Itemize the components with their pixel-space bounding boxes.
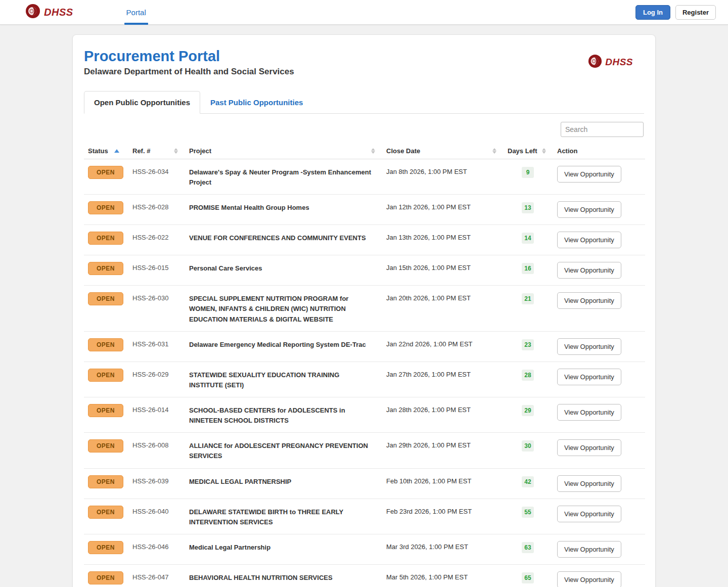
ref-cell: HSS-26-047 [128,564,185,587]
view-opportunity-button[interactable]: View Opportunity [557,404,621,421]
project-cell: ALLIANCE for ADOLESCENT PREGNANCY PREVEN… [185,433,382,468]
table-row: OPEN HSS-26-046 Medical Legal Partnershi… [84,534,645,564]
dhss-logo-icon [588,54,602,70]
view-opportunity-button[interactable]: View Opportunity [557,506,621,522]
view-opportunity-button[interactable]: View Opportunity [557,475,621,492]
days-left-badge: 9 [522,167,534,178]
view-opportunity-button[interactable]: View Opportunity [557,201,621,218]
ref-cell: HSS-26-014 [128,397,185,432]
project-cell: SCHOOL-BASED CENTERS for ADOLESCENTS in … [185,397,382,432]
status-badge: OPEN [88,439,123,453]
table-row: OPEN HSS-26-034 Delaware's Spay & Neuter… [84,159,645,195]
card-dhss-logo: DHSS [588,54,633,70]
view-opportunity-button[interactable]: View Opportunity [557,262,621,279]
status-badge: OPEN [88,475,123,488]
close-date-cell: Jan 12th 2026, 1:00 PM EST [382,195,504,225]
sort-both-icon [174,148,178,154]
status-badge: OPEN [88,506,123,519]
portal-card: Procurement Portal Delaware Department o… [72,34,656,587]
ref-cell: HSS-26-031 [128,331,185,362]
days-left-badge: 13 [522,202,534,213]
ref-cell: HSS-26-034 [128,159,185,195]
close-date-cell: Jan 8th 2026, 1:00 PM EST [382,159,504,195]
status-badge: OPEN [88,541,123,554]
close-date-cell: Jan 28th 2026, 1:00 PM EST [382,397,504,432]
days-left-badge: 16 [522,263,534,274]
column-header-status[interactable]: Status [84,143,128,159]
sort-both-icon [542,148,546,154]
ref-cell: HSS-26-040 [128,499,185,534]
table-row: OPEN HSS-26-028 PROMISE Mental Health Gr… [84,195,645,225]
table-row: OPEN HSS-26-008 ALLIANCE for ADOLESCENT … [84,433,645,468]
opportunities-table: Status Ref. # Project [84,143,645,587]
search-row [84,114,644,143]
sort-both-icon [492,148,496,154]
status-badge: OPEN [88,404,123,417]
project-cell: STATEWIDE SEXUALITY EDUCATION TRAINING I… [185,362,382,397]
table-row: OPEN HSS-26-031 Delaware Emergency Medic… [84,331,645,362]
table-row: OPEN HSS-26-039 MEDICAL LEGAL PARTNERSHI… [84,468,645,499]
tab-bar: Open Public Opportunities Past Public Op… [84,91,644,114]
ref-cell: HSS-26-029 [128,362,185,397]
view-opportunity-button[interactable]: View Opportunity [557,292,621,309]
top-navbar: DHSS Portal Log In Register [0,0,728,25]
close-date-cell: Jan 15th 2026, 1:00 PM EST [382,255,504,286]
table-row: OPEN HSS-26-047 BEHAVIORAL HEALTH NUTRIT… [84,564,645,587]
view-opportunity-button[interactable]: View Opportunity [557,369,621,385]
status-badge: OPEN [88,201,123,214]
nav-item-portal[interactable]: Portal [121,0,151,25]
column-header-project[interactable]: Project [185,143,382,159]
close-date-cell: Mar 5th 2026, 1:00 PM EST [382,564,504,587]
ref-cell: HSS-26-039 [128,468,185,499]
tab-past-public-opportunities[interactable]: Past Public Opportunities [200,91,313,114]
status-badge: OPEN [88,166,123,179]
days-left-badge: 65 [522,572,534,583]
column-header-action: Action [553,143,645,159]
register-button[interactable]: Register [675,5,716,20]
view-opportunity-button[interactable]: View Opportunity [557,571,621,587]
search-input[interactable] [561,122,644,137]
close-date-cell: Jan 27th 2026, 1:00 PM EST [382,362,504,397]
status-badge: OPEN [88,369,123,382]
days-left-badge: 55 [522,507,534,518]
login-button[interactable]: Log In [635,5,670,20]
table-row: OPEN HSS-26-040 DELAWARE STATEWIDE BIRTH… [84,499,645,534]
table-row: OPEN HSS-26-015 Personal Care Services J… [84,255,645,286]
nav-portal-label: Portal [126,8,146,17]
project-cell: Delaware Emergency Medical Reporting Sys… [185,331,382,362]
column-label: Ref. # [132,147,150,155]
days-left-badge: 63 [522,542,534,553]
close-date-cell: Jan 22nd 2026, 1:00 PM EST [382,331,504,362]
ref-cell: HSS-26-028 [128,195,185,225]
view-opportunity-button[interactable]: View Opportunity [557,541,621,558]
view-opportunity-button[interactable]: View Opportunity [557,439,621,456]
status-badge: OPEN [88,232,123,245]
tab-open-public-opportunities[interactable]: Open Public Opportunities [84,91,200,114]
days-left-badge: 21 [522,293,534,304]
table-row: OPEN HSS-26-029 STATEWIDE SEXUALITY EDUC… [84,362,645,397]
view-opportunity-button[interactable]: View Opportunity [557,232,621,248]
column-label: Days Left [508,147,537,155]
ref-cell: HSS-26-008 [128,433,185,468]
navbar-brand[interactable]: DHSS [25,4,73,21]
days-left-badge: 29 [522,405,534,416]
view-opportunity-button[interactable]: View Opportunity [557,338,621,355]
opportunities-table-body: OPEN HSS-26-034 Delaware's Spay & Neuter… [84,159,645,587]
project-cell: Personal Care Services [185,255,382,286]
sort-ascending-icon [114,149,119,153]
table-row: OPEN HSS-26-030 SPECIAL SUPPLEMENT NUTRI… [84,286,645,331]
column-header-days-left[interactable]: Days Left [504,143,553,159]
page-background: Procurement Portal Delaware Department o… [0,25,728,587]
status-badge: OPEN [88,338,123,351]
days-left-badge: 14 [522,233,534,244]
close-date-cell: Mar 3rd 2026, 1:00 PM EST [382,534,504,564]
column-header-close-date[interactable]: Close Date [382,143,504,159]
column-header-ref[interactable]: Ref. # [128,143,185,159]
page-title: Procurement Portal [84,48,294,65]
column-label: Status [88,147,108,155]
table-row: OPEN HSS-26-014 SCHOOL-BASED CENTERS for… [84,397,645,432]
dhss-logo-icon [25,4,40,21]
view-opportunity-button[interactable]: View Opportunity [557,166,621,183]
ref-cell: HSS-26-030 [128,286,185,331]
days-left-badge: 42 [522,476,534,487]
